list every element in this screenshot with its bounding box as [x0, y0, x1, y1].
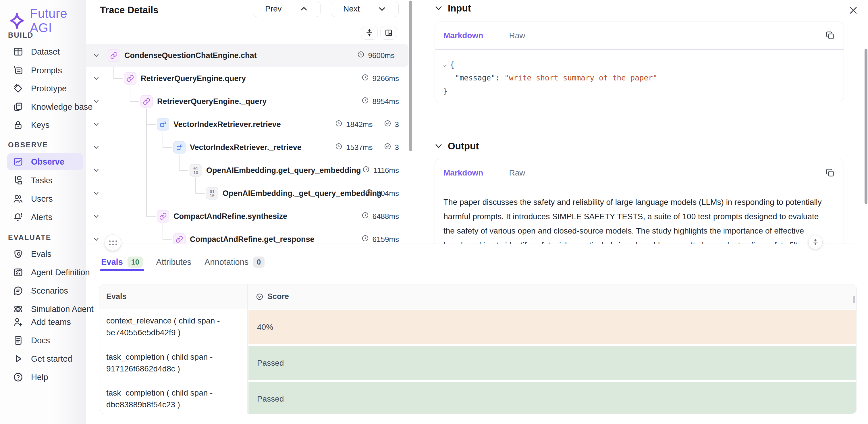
sidebar-item-label: Docs [31, 336, 50, 345]
span-name: CompactAndRefine.synthesize [174, 212, 287, 221]
sidebar-item-prototype[interactable]: Prototype [7, 80, 83, 97]
chevron-down-icon[interactable] [93, 99, 100, 104]
output-text: The paper discusses the safety and relia… [435, 187, 844, 244]
clock-icon [361, 73, 369, 83]
check-circle-icon [384, 143, 392, 152]
span-row-compactandrefine-get-response[interactable]: CompactAndRefine.get_response6159ms [86, 228, 413, 244]
copy-button[interactable] [824, 166, 836, 179]
docs-icon [13, 335, 24, 346]
clock-icon [335, 143, 343, 152]
sidebar-group-label-observe: OBSERVE [8, 141, 48, 149]
sidebar-item-agent-definition[interactable]: Agent Definition [7, 264, 83, 281]
span-row-compactandrefine-synthesize[interactable]: CompactAndRefine.synthesize6488ms [86, 205, 413, 228]
span-row-vectorindexretriever-retrieve[interactable]: VectorIndexRetriever.retrieve1842ms3 [86, 113, 413, 136]
chevron-down-icon[interactable] [93, 168, 100, 173]
tree-scrollbar[interactable] [409, 1, 412, 151]
sidebar-item-knowledge-base[interactable]: Knowledge base [7, 98, 83, 116]
eval-row-1[interactable]: context_relevance ( child span -5e740556… [99, 309, 857, 345]
json-value: "write short summary of the paper" [504, 73, 657, 82]
sidebar-item-scenarios[interactable]: Scenarios [7, 282, 83, 299]
tab-raw[interactable]: Raw [509, 168, 525, 178]
chevron-down-icon [435, 144, 443, 149]
span-metrics: 8954ms [361, 96, 399, 106]
span-row-openaiembedding-get-query-embedding[interactable]: 0110OpenAIEmbedding.get_query_embedding1… [86, 159, 413, 182]
sidebar-footer: Add teamsDocsGet startedHelp SN Sahil Ni… [0, 312, 86, 424]
sidebar-item-label: Scenarios [31, 286, 68, 296]
chevron-down-icon[interactable] [93, 214, 100, 219]
sidebar-item-prompts[interactable]: Prompts [7, 62, 83, 79]
sidebar-item-evals[interactable]: Evals [7, 245, 83, 263]
chevron-down-icon[interactable] [93, 122, 100, 127]
chevron-down-icon[interactable] [93, 145, 100, 150]
sidebar-item-label: Help [31, 372, 48, 382]
sidebar-item-label: Knowledge base [31, 102, 92, 112]
span-metrics: 1842ms3 [335, 120, 399, 129]
tab-markdown[interactable]: Markdown [443, 31, 483, 40]
sidebar-item-help[interactable]: Help [7, 369, 83, 386]
sidebar-item-keys[interactable]: Keys [7, 116, 83, 133]
sidebar-item-tasks[interactable]: Tasks [7, 172, 83, 189]
tab-markdown[interactable]: Markdown [443, 168, 483, 178]
span-duration: 8954ms [373, 97, 399, 106]
sidebar-item-dataset[interactable]: Dataset [7, 43, 83, 60]
sidebar-item-users[interactable]: Users [7, 190, 83, 207]
span-metrics: 9600ms [357, 51, 395, 60]
sidebar-item-label: Keys [31, 120, 50, 130]
clock-icon [365, 188, 373, 198]
span-row-vectorindexretriever-retrieve[interactable]: VectorIndexRetriever._retrieve1537ms3 [86, 136, 413, 159]
tab-annotations[interactable]: Annotations0 [204, 253, 266, 271]
tab-raw[interactable]: Raw [509, 31, 525, 40]
scenarios-icon [13, 285, 24, 296]
close-panel-button[interactable] [847, 5, 859, 16]
tab-attributes[interactable]: Attributes [155, 253, 193, 271]
chain-span-icon [157, 210, 169, 223]
prototype-icon [13, 83, 24, 94]
future-agi-star-icon [9, 12, 25, 29]
sidebar-item-get-started[interactable]: Get started [7, 350, 83, 367]
sidebar-item-add-teams[interactable]: Add teams [7, 313, 83, 331]
sidebar-item-label: Users [31, 194, 53, 204]
span-row-retrieverqueryengine-query[interactable]: RetrieverQueryEngine._query8954ms [86, 90, 413, 113]
span-row-retrieverqueryengine-query[interactable]: RetrieverQueryEngine.query9266ms [86, 67, 413, 90]
tab-count-badge: 0 [253, 256, 265, 268]
input-title: Input [448, 3, 471, 14]
output-section-header[interactable]: Output [435, 141, 479, 152]
chain-span-icon [108, 50, 120, 62]
panel-resize-border[interactable] [856, 0, 856, 244]
eval-score-cell: 40% [248, 309, 857, 345]
span-doc-count: 3 [395, 143, 399, 152]
alerts-icon [13, 212, 24, 223]
output-card: Markdown Raw The paper discusses the saf… [435, 159, 844, 244]
tasks-icon [13, 175, 24, 186]
chevron-down-icon[interactable] [93, 191, 100, 195]
chevron-down-icon[interactable] [93, 237, 100, 242]
sidebar-item-docs[interactable]: Docs [7, 332, 83, 349]
span-row-condensequestionchatengine-chat[interactable]: CondenseQuestionChatEngine.chat9600ms [86, 44, 408, 67]
divider-drag-handle[interactable] [105, 235, 121, 251]
eval-row-3[interactable]: task_completion ( child span -dbe83889b8… [99, 381, 857, 414]
json-collapse-icon[interactable]: ⌄ [443, 58, 450, 71]
table-scrollbar[interactable] [853, 296, 855, 303]
logo[interactable]: Future AGI [9, 6, 86, 35]
span-tabs-panel: Evals10AttributesAnnotations0 Evals Scor… [86, 244, 859, 424]
tab-evals[interactable]: Evals10 [100, 253, 144, 271]
span-name: VectorIndexRetriever.retrieve [174, 120, 281, 129]
page-scrollbar[interactable] [865, 49, 867, 204]
chevron-down-icon[interactable] [93, 76, 100, 81]
input-card: Markdown Raw ⌄{ "message": "write short … [435, 22, 844, 102]
tab-label: Attributes [156, 258, 192, 267]
sidebar-item-alerts[interactable]: Alerts [7, 209, 83, 226]
divider-collapse-button[interactable] [809, 235, 822, 249]
span-row-openaiembedding-get-query-embedding[interactable]: 0110OpenAIEmbedding._get_query_embedding… [86, 182, 413, 205]
span-name: OpenAIEmbedding.get_query_embedding [206, 166, 361, 175]
copy-button[interactable] [824, 29, 836, 41]
span-duration: 9600ms [368, 51, 395, 60]
logo-text: Future AGI [30, 6, 86, 35]
span-name: CompactAndRefine.get_response [190, 235, 314, 244]
column-header-score: Score [248, 284, 857, 309]
input-section-header[interactable]: Input [435, 3, 471, 14]
sidebar-item-observe[interactable]: Observe [7, 153, 83, 170]
eval-row-2[interactable]: task_completion ( child span -917126f686… [99, 345, 857, 381]
chevron-down-icon[interactable] [93, 53, 100, 58]
sidebar-item-label: Tasks [31, 176, 52, 185]
